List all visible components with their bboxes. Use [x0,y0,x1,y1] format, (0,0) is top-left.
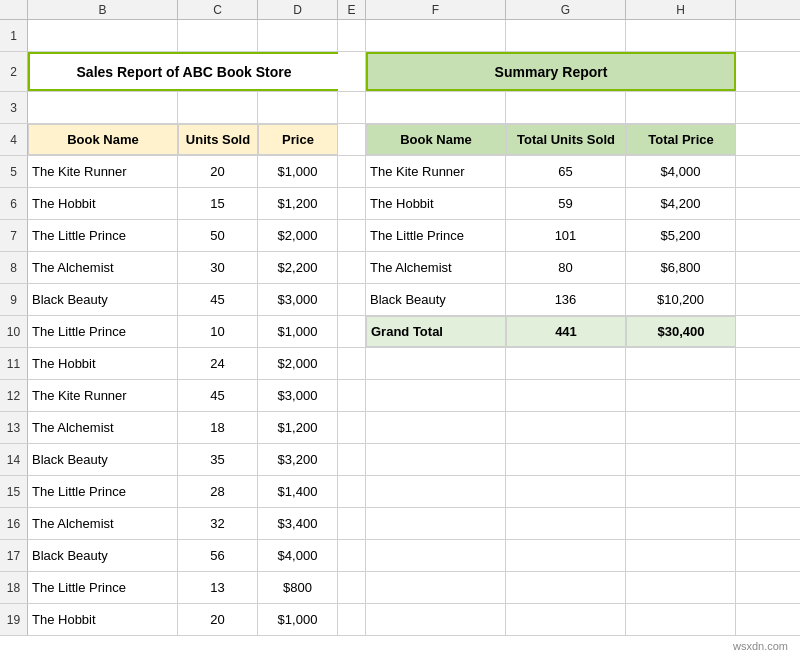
left-book-6[interactable]: The Little Prince [28,316,178,347]
rownum-1: 1 [0,20,28,51]
left-units-15[interactable]: 20 [178,604,258,635]
left-price-14[interactable]: $800 [258,572,338,603]
left-book-15[interactable]: The Hobbit [28,604,178,635]
cell-d1[interactable] [258,20,338,51]
right-price-3[interactable]: $5,200 [626,220,736,251]
right-units-1[interactable]: 65 [506,156,626,187]
cell-h14 [626,444,736,475]
main-title: Sales Report of ABC Book Store [28,52,338,91]
left-book-1[interactable]: The Kite Runner [28,156,178,187]
left-book-13[interactable]: Black Beauty [28,540,178,571]
left-book-4[interactable]: The Alchemist [28,252,178,283]
left-units-2[interactable]: 15 [178,188,258,219]
rownum-11: 11 [0,348,28,379]
table-row[interactable]: 12 The Kite Runner 45 $3,000 [0,380,800,412]
left-book-7[interactable]: The Hobbit [28,348,178,379]
left-units-9[interactable]: 18 [178,412,258,443]
cell-e9 [338,284,366,315]
right-book-2[interactable]: The Hobbit [366,188,506,219]
left-book-8[interactable]: The Kite Runner [28,380,178,411]
cell-d3[interactable] [258,92,338,123]
table-row[interactable]: 11 The Hobbit 24 $2,000 [0,348,800,380]
left-book-10[interactable]: Black Beauty [28,444,178,475]
left-book-2[interactable]: The Hobbit [28,188,178,219]
left-units-11[interactable]: 28 [178,476,258,507]
table-row[interactable]: 10 The Little Prince 10 $1,000 Grand Tot… [0,316,800,348]
table-row[interactable]: 14 Black Beauty 35 $3,200 [0,444,800,476]
table-row[interactable]: 16 The Alchemist 32 $3,400 [0,508,800,540]
left-units-10[interactable]: 35 [178,444,258,475]
left-price-10[interactable]: $3,200 [258,444,338,475]
table-row[interactable]: 9 Black Beauty 45 $3,000 Black Beauty 13… [0,284,800,316]
cell-e4 [338,124,366,155]
cell-g3[interactable] [506,92,626,123]
cell-g1[interactable] [506,20,626,51]
table-row[interactable]: 17 Black Beauty 56 $4,000 [0,540,800,572]
right-price-2[interactable]: $4,200 [626,188,736,219]
left-price-7[interactable]: $2,000 [258,348,338,379]
cell-f1[interactable] [366,20,506,51]
cell-h3[interactable] [626,92,736,123]
left-units-8[interactable]: 45 [178,380,258,411]
right-units-5[interactable]: 136 [506,284,626,315]
left-book-9[interactable]: The Alchemist [28,412,178,443]
left-book-12[interactable]: The Alchemist [28,508,178,539]
table-row[interactable]: 7 The Little Prince 50 $2,000 The Little… [0,220,800,252]
left-price-1[interactable]: $1,000 [258,156,338,187]
left-book-5[interactable]: Black Beauty [28,284,178,315]
left-price-2[interactable]: $1,200 [258,188,338,219]
left-units-12[interactable]: 32 [178,508,258,539]
left-units-14[interactable]: 13 [178,572,258,603]
right-units-2[interactable]: 59 [506,188,626,219]
left-book-14[interactable]: The Little Prince [28,572,178,603]
left-book-11[interactable]: The Little Prince [28,476,178,507]
left-price-5[interactable]: $3,000 [258,284,338,315]
left-units-7[interactable]: 24 [178,348,258,379]
right-book-5[interactable]: Black Beauty [366,284,506,315]
left-units-3[interactable]: 50 [178,220,258,251]
left-price-4[interactable]: $2,200 [258,252,338,283]
left-price-12[interactable]: $3,400 [258,508,338,539]
cell-e6 [338,188,366,219]
left-units-13[interactable]: 56 [178,540,258,571]
cell-b3[interactable] [28,92,178,123]
table-row[interactable]: 8 The Alchemist 30 $2,200 The Alchemist … [0,252,800,284]
right-book-1[interactable]: The Kite Runner [366,156,506,187]
cell-b1[interactable] [28,20,178,51]
right-units-4[interactable]: 80 [506,252,626,283]
left-price-8[interactable]: $3,000 [258,380,338,411]
table-row[interactable]: 18 The Little Prince 13 $800 [0,572,800,604]
right-book-4[interactable]: The Alchemist [366,252,506,283]
cell-c3[interactable] [178,92,258,123]
left-units-6[interactable]: 10 [178,316,258,347]
left-units-1[interactable]: 20 [178,156,258,187]
right-book-3[interactable]: The Little Prince [366,220,506,251]
table-row[interactable]: 19 The Hobbit 20 $1,000 [0,604,800,636]
cell-e18 [338,572,366,603]
rownum-3: 3 [0,92,28,123]
cell-g16 [506,508,626,539]
right-price-5[interactable]: $10,200 [626,284,736,315]
left-units-4[interactable]: 30 [178,252,258,283]
right-units-3[interactable]: 101 [506,220,626,251]
cell-c1[interactable] [178,20,258,51]
table-row[interactable]: 5 The Kite Runner 20 $1,000 The Kite Run… [0,156,800,188]
left-price-11[interactable]: $1,400 [258,476,338,507]
left-units-5[interactable]: 45 [178,284,258,315]
table-row[interactable]: 6 The Hobbit 15 $1,200 The Hobbit 59 $4,… [0,188,800,220]
table-row[interactable]: 13 The Alchemist 18 $1,200 [0,412,800,444]
left-price-15[interactable]: $1,000 [258,604,338,635]
left-price-3[interactable]: $2,000 [258,220,338,251]
cell-h18 [626,572,736,603]
cell-f3[interactable] [366,92,506,123]
left-price-13[interactable]: $4,000 [258,540,338,571]
table-row[interactable]: 15 The Little Prince 28 $1,400 [0,476,800,508]
left-price-6[interactable]: $1,000 [258,316,338,347]
cell-h1[interactable] [626,20,736,51]
right-price-4[interactable]: $6,800 [626,252,736,283]
cell-h15 [626,476,736,507]
cell-f11 [366,348,506,379]
left-book-3[interactable]: The Little Prince [28,220,178,251]
right-price-1[interactable]: $4,000 [626,156,736,187]
left-price-9[interactable]: $1,200 [258,412,338,443]
